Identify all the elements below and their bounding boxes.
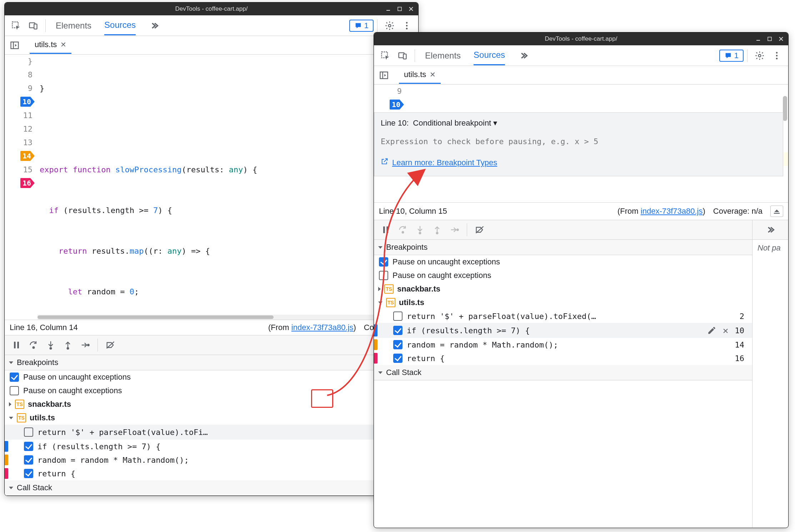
breakpoint-item[interactable]: return '$' + parseFloat(value).toFixed(……: [374, 309, 752, 323]
file-tab-label: utils.ts: [404, 70, 426, 79]
step-into-icon[interactable]: [42, 338, 59, 353]
svg-rect-31: [380, 72, 388, 78]
svg-point-36: [402, 232, 404, 233]
breakpoint-item[interactable]: return {16: [374, 351, 752, 365]
checkbox-icon[interactable]: [379, 257, 388, 267]
breakpoint-item[interactable]: if (results.length >= 7) {10: [5, 440, 418, 453]
console-messages-button[interactable]: 1: [349, 20, 374, 32]
navigator-toggle-icon[interactable]: [7, 37, 22, 54]
checkbox-icon[interactable]: [393, 354, 402, 363]
device-toolbar-icon[interactable]: [394, 47, 411, 64]
collapse-icon[interactable]: [770, 206, 783, 217]
breakpoint-file-snackbar[interactable]: TSsnackbar.ts: [5, 397, 418, 411]
checkbox-icon[interactable]: [10, 373, 19, 382]
breakpoint-file-snackbar[interactable]: TSsnackbar.ts: [374, 282, 752, 296]
window-minimize-button[interactable]: [753, 35, 763, 43]
checkbox-icon[interactable]: [10, 386, 19, 395]
step-over-icon[interactable]: [25, 338, 42, 353]
close-tab-icon[interactable]: ✕: [430, 70, 436, 79]
source-map-link[interactable]: index-73f73a80.js: [641, 207, 703, 216]
callstack-header[interactable]: Call Stack: [5, 480, 418, 496]
breakpoint-marker-icon[interactable]: 10: [390, 100, 404, 110]
code-editor[interactable]: 9 10 export function slowProcessing(resu…: [374, 85, 788, 202]
window-close-button[interactable]: [406, 5, 416, 13]
tab-sources[interactable]: Sources: [104, 16, 136, 35]
pause-caught-row[interactable]: Pause on caught exceptions: [5, 384, 418, 397]
code-content[interactable]: } export function slowProcessing(results…: [38, 55, 418, 315]
checkbox-icon[interactable]: [24, 455, 33, 465]
pause-uncaught-row[interactable]: Pause on uncaught exceptions: [5, 370, 418, 384]
breakpoints-header[interactable]: Breakpoints: [5, 355, 418, 370]
pause-uncaught-row[interactable]: Pause on uncaught exceptions: [374, 255, 752, 269]
window-close-button[interactable]: [776, 35, 786, 43]
tab-sources[interactable]: Sources: [474, 46, 505, 65]
inspect-element-icon[interactable]: [377, 47, 394, 64]
svg-point-37: [419, 232, 421, 234]
window-titlebar[interactable]: DevTools - coffee-cart.app/: [5, 2, 418, 15]
checkbox-icon[interactable]: [24, 442, 33, 451]
kebab-menu-icon[interactable]: [768, 47, 785, 64]
vertical-scrollbar[interactable]: [782, 85, 788, 202]
step-out-icon[interactable]: [60, 338, 76, 353]
tab-elements[interactable]: Elements: [56, 16, 91, 35]
tab-elements[interactable]: Elements: [425, 46, 461, 65]
breakpoint-file-utils[interactable]: TSutils.ts: [5, 411, 418, 425]
breakpoint-item[interactable]: random = random * Math.random();14: [5, 453, 418, 467]
breakpoint-type-dropdown[interactable]: Conditional breakpoint ▾: [413, 116, 497, 130]
breakpoint-file-utils[interactable]: TSutils.ts: [374, 296, 752, 309]
window-minimize-button[interactable]: [383, 5, 393, 13]
remove-breakpoint-icon[interactable]: ✕: [721, 325, 731, 336]
horizontal-scrollbar[interactable]: [38, 315, 418, 320]
file-tab-utils[interactable]: utils.ts ✕: [399, 66, 441, 84]
checkbox-icon[interactable]: [393, 326, 402, 335]
navigator-toggle-icon[interactable]: [376, 67, 392, 84]
checkbox-icon[interactable]: [393, 340, 402, 349]
window-maximize-button[interactable]: [765, 35, 775, 43]
breakpoint-item[interactable]: return {16: [5, 467, 418, 480]
settings-gear-icon[interactable]: [751, 47, 768, 64]
settings-gear-icon[interactable]: [381, 17, 398, 34]
svg-rect-6: [34, 24, 37, 29]
step-over-icon[interactable]: [395, 222, 411, 237]
breakpoint-expression-input[interactable]: [381, 137, 776, 146]
checkbox-icon[interactable]: [24, 427, 33, 437]
window-titlebar[interactable]: DevTools - coffee-cart.app/: [374, 32, 788, 45]
callstack-header[interactable]: Call Stack: [374, 365, 752, 380]
step-icon[interactable]: [77, 338, 93, 353]
device-toolbar-icon[interactable]: [25, 17, 42, 34]
source-map-link[interactable]: index-73f73a80.js: [291, 323, 354, 332]
pause-caught-row[interactable]: Pause on caught exceptions: [374, 269, 752, 282]
code-editor[interactable]: } 8 9 10 11 12 13 ?14 15 16 } export fun…: [5, 55, 418, 315]
breakpoint-item[interactable]: random = random * Math.random();14: [374, 338, 752, 351]
more-tabs-icon[interactable]: [518, 47, 529, 64]
window-maximize-button[interactable]: [395, 5, 405, 13]
checkbox-icon[interactable]: [379, 271, 388, 280]
breakpoint-item[interactable]: return '$' + parseFloat(value).toFi… ✕ 2: [5, 425, 418, 440]
inspect-element-icon[interactable]: [8, 17, 25, 34]
deactivate-breakpoints-icon[interactable]: [102, 338, 119, 353]
close-tab-icon[interactable]: ✕: [60, 40, 66, 49]
learn-more-link[interactable]: Learn more: Breakpoint Types: [381, 156, 497, 169]
checkbox-icon[interactable]: [24, 469, 33, 478]
breakpoints-header[interactable]: Breakpoints: [374, 240, 752, 255]
file-tabstrip: utils.ts ✕: [374, 66, 788, 85]
kebab-menu-icon[interactable]: [398, 17, 415, 34]
step-icon[interactable]: [446, 222, 462, 237]
pause-resume-icon[interactable]: [8, 338, 25, 353]
step-out-icon[interactable]: [429, 222, 445, 237]
breakpoint-marker-icon[interactable]: 16: [20, 178, 35, 188]
breakpoint-item[interactable]: if (results.length >= 7) { ✕ 10: [374, 323, 752, 338]
breakpoint-marker-icon[interactable]: 10: [20, 97, 35, 107]
deactivate-breakpoints-icon[interactable]: [471, 222, 488, 237]
console-messages-button[interactable]: 1: [719, 50, 744, 62]
edit-breakpoint-icon[interactable]: [707, 326, 716, 335]
line-gutter[interactable]: } 8 9 10 11 12 13 ?14 15 16: [5, 55, 38, 315]
checkbox-icon[interactable]: [393, 311, 402, 321]
breakpoint-marker-icon[interactable]: 14: [20, 151, 35, 161]
step-into-icon[interactable]: [412, 222, 428, 237]
more-tabs-icon[interactable]: [764, 222, 777, 237]
svg-point-17: [67, 348, 69, 349]
file-tab-utils[interactable]: utils.ts ✕: [30, 36, 71, 54]
pause-resume-icon[interactable]: [378, 222, 394, 237]
more-tabs-icon[interactable]: [149, 17, 160, 34]
